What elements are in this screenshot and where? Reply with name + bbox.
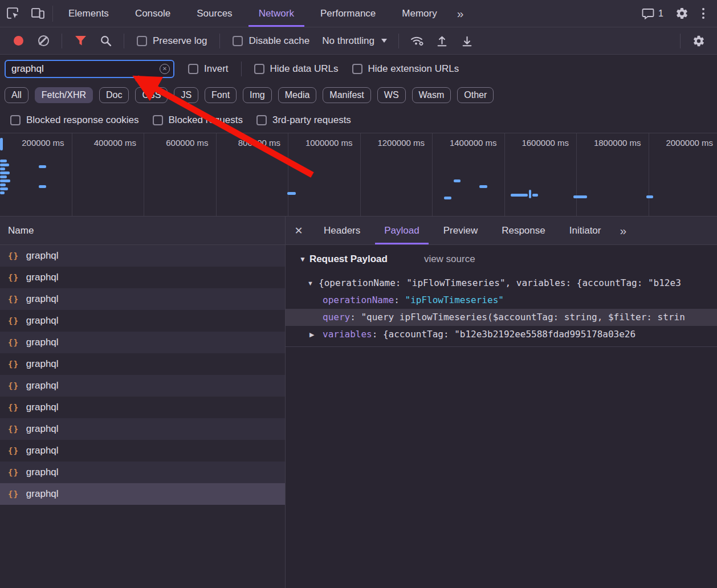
waterfall-bar: [39, 165, 46, 168]
waterfall-bar: [479, 185, 487, 188]
filter-pill-other[interactable]: Other: [457, 87, 494, 103]
request-row[interactable]: {}graphql: [0, 418, 285, 440]
throttling-dropdown[interactable]: No throttling: [322, 35, 387, 47]
request-name: graphql: [26, 423, 59, 435]
section-disclosure-open-icon[interactable]: ▼: [299, 255, 306, 263]
devtools-window: ElementsConsoleSourcesNetworkPerformance…: [0, 0, 717, 588]
request-row[interactable]: {}graphql: [0, 397, 285, 418]
tab-elements[interactable]: Elements: [55, 0, 122, 27]
detail-more-tabs-chevron-icon[interactable]: »: [613, 217, 633, 244]
invert-checkbox[interactable]: [188, 64, 198, 74]
request-row[interactable]: {}graphql: [0, 310, 285, 332]
invert-checkbox-group[interactable]: Invert: [188, 63, 229, 75]
export-har-button[interactable]: [455, 35, 480, 47]
request-row[interactable]: {}graphql: [0, 440, 285, 462]
filter-input[interactable]: [5, 60, 174, 78]
disable-cache-checkbox[interactable]: [233, 36, 243, 46]
close-detail-icon[interactable]: ✕: [286, 217, 312, 244]
payload-token: : {accountTag: "b12e3b2192ee5588fdad9951…: [372, 329, 635, 340]
preserve-log-checkbox[interactable]: [137, 36, 147, 46]
timeline-overview[interactable]: 200000 ms400000 ms600000 ms800000 ms1000…: [0, 133, 717, 217]
search-network-button[interactable]: [93, 35, 118, 47]
filter-pill-manifest[interactable]: Manifest: [323, 87, 370, 103]
fetch-xhr-braces-icon: {}: [8, 338, 19, 347]
request-row[interactable]: {}graphql: [0, 332, 285, 353]
inspect-element-icon[interactable]: [0, 0, 25, 27]
device-toolbar-icon[interactable]: [25, 0, 50, 27]
filter-pill-all[interactable]: All: [5, 87, 28, 103]
main-split: Name {}graphql{}graphql{}graphql{}graphq…: [0, 217, 717, 588]
filter-funnel-icon: [75, 35, 87, 46]
disable-cache-checkbox-group[interactable]: Disable cache: [233, 35, 309, 47]
request-row[interactable]: {}graphql: [0, 462, 285, 483]
payload-line[interactable]: ▶variables: {accountTag: "b12e3b2192ee55…: [286, 326, 717, 343]
request-row[interactable]: {}graphql: [0, 288, 285, 310]
preserve-log-checkbox-group[interactable]: Preserve log: [137, 35, 207, 47]
tab-console[interactable]: Console: [122, 0, 184, 27]
checkbox-3rd-party-requests[interactable]: [256, 115, 267, 125]
checkbox-group-3rd-party-requests[interactable]: 3rd-party requests: [256, 115, 351, 126]
detail-tab-headers[interactable]: Headers: [312, 217, 372, 244]
tab-sources[interactable]: Sources: [184, 0, 245, 27]
checkbox-blocked-requests[interactable]: [153, 115, 163, 125]
export-down-arrow-icon: [461, 35, 473, 47]
request-name: graphql: [26, 250, 59, 262]
import-har-button[interactable]: [430, 35, 455, 47]
filter-pill-font[interactable]: Font: [205, 87, 237, 103]
filter-pill-js[interactable]: JS: [174, 87, 198, 103]
request-row[interactable]: {}graphql: [0, 483, 285, 505]
view-source-link[interactable]: view source: [424, 254, 475, 265]
payload-line[interactable]: query: "query ipFlowTimeseries($accountT…: [286, 309, 717, 326]
request-row[interactable]: {}graphql: [0, 375, 285, 397]
network-conditions-button[interactable]: [405, 35, 430, 47]
settings-gear-icon[interactable]: [669, 7, 694, 20]
request-payload-section-header[interactable]: ▼ Request Payload view source: [286, 250, 717, 269]
hide-data-urls-checkbox[interactable]: [254, 64, 264, 74]
more-options-kebab-icon[interactable]: [694, 8, 712, 19]
checkbox-group-blocked-response-cookies[interactable]: Blocked response cookies: [10, 115, 139, 126]
request-row[interactable]: {}graphql: [0, 353, 285, 375]
tab-performance[interactable]: Performance: [307, 0, 389, 27]
filter-toggle-button[interactable]: [68, 35, 93, 46]
clear-filter-icon[interactable]: ✕: [160, 64, 170, 74]
filter-pill-doc[interactable]: Doc: [99, 87, 129, 103]
hide-data-urls-label: Hide data URLs: [270, 63, 339, 75]
record-network-log-button[interactable]: [6, 36, 31, 46]
hide-data-urls-checkbox-group[interactable]: Hide data URLs: [254, 63, 339, 75]
request-row[interactable]: {}graphql: [0, 245, 285, 267]
filter-pill-img[interactable]: Img: [243, 87, 272, 103]
filter-pill-fetch-xhr[interactable]: Fetch/XHR: [35, 87, 93, 103]
fetch-xhr-braces-icon: {}: [8, 251, 19, 260]
request-row[interactable]: {}graphql: [0, 267, 285, 288]
payload-line[interactable]: ▼{operationName: "ipFlowTimeseries", var…: [286, 275, 717, 292]
name-column-header[interactable]: Name: [0, 217, 285, 245]
disclosure-closed-icon[interactable]: ▶: [309, 326, 314, 343]
clear-network-log-button[interactable]: [31, 35, 56, 46]
toolbar-divider: [124, 34, 124, 48]
checkbox-blocked-response-cookies[interactable]: [10, 115, 21, 125]
hide-extension-urls-checkbox[interactable]: [352, 64, 362, 74]
tab-network[interactable]: Network: [246, 0, 307, 27]
detail-tab-preview[interactable]: Preview: [431, 217, 490, 244]
detail-tab-response[interactable]: Response: [490, 217, 557, 244]
filter-pill-wasm[interactable]: Wasm: [412, 87, 451, 103]
top-bar-right-icons: 1: [636, 0, 717, 27]
detail-tab-initiator[interactable]: Initiator: [557, 217, 613, 244]
console-messages-icon: [642, 8, 654, 19]
console-messages-button[interactable]: 1: [636, 8, 669, 19]
request-name: graphql: [26, 467, 59, 478]
filter-pill-media[interactable]: Media: [278, 87, 317, 103]
hide-extension-urls-checkbox-group[interactable]: Hide extension URLs: [352, 63, 459, 75]
filter-pill-css[interactable]: CSS: [135, 87, 168, 103]
payload-line[interactable]: operationName: "ipFlowTimeseries": [286, 292, 717, 309]
checkbox-group-blocked-requests[interactable]: Blocked requests: [153, 115, 243, 126]
chevron-down-icon: [381, 39, 387, 43]
detail-tab-payload[interactable]: Payload: [372, 217, 431, 244]
toolbar-divider: [398, 34, 399, 48]
disclosure-open-icon[interactable]: ▼: [307, 275, 313, 292]
tab-memory[interactable]: Memory: [389, 0, 450, 27]
request-name: graphql: [26, 293, 59, 305]
more-tabs-chevron-icon[interactable]: »: [450, 0, 471, 27]
filter-pill-ws[interactable]: WS: [377, 87, 406, 103]
network-settings-gear-icon[interactable]: [686, 35, 711, 47]
